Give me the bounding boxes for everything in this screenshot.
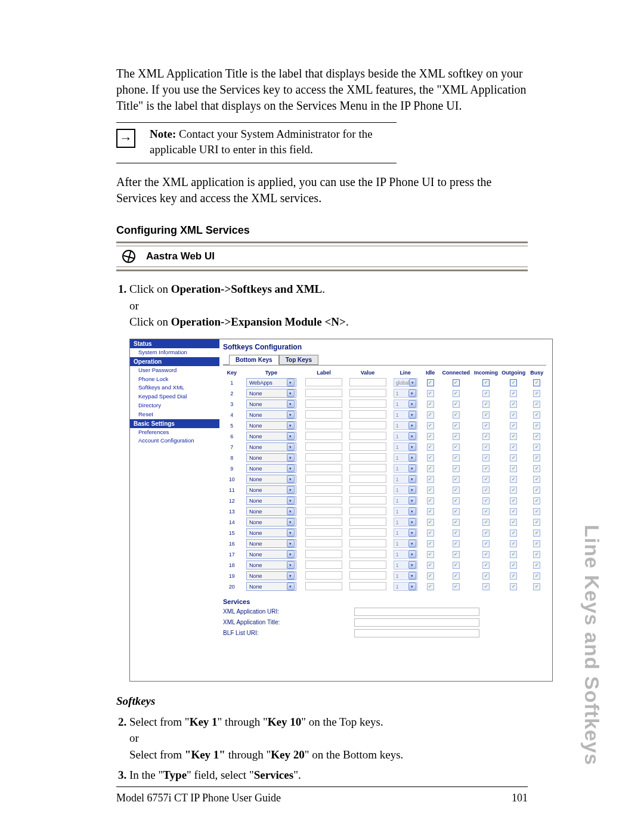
tab-bottom-keys[interactable]: Bottom Keys [229, 355, 279, 365]
sidebar-item[interactable]: Preferences [130, 428, 219, 437]
state-checkbox[interactable]: ✓ [453, 422, 460, 429]
label-input[interactable] [305, 475, 342, 483]
state-checkbox[interactable]: ✓ [427, 422, 434, 429]
label-input[interactable] [305, 442, 342, 451]
state-checkbox[interactable]: ✓ [453, 583, 460, 590]
state-checkbox[interactable]: ✓ [427, 551, 434, 558]
state-checkbox[interactable]: ✓ [453, 519, 460, 526]
state-checkbox[interactable]: ✓ [453, 497, 460, 504]
state-checkbox[interactable]: ✓ [510, 411, 517, 419]
label-input[interactable] [305, 582, 342, 590]
state-checkbox[interactable]: ✓ [510, 454, 517, 462]
state-checkbox[interactable]: ✓ [482, 508, 490, 515]
state-checkbox[interactable]: ✓ [427, 562, 434, 569]
state-checkbox[interactable]: ✓ [453, 454, 460, 462]
state-checkbox[interactable]: ✓ [453, 572, 460, 580]
state-checkbox[interactable]: ✓ [533, 379, 540, 386]
state-checkbox[interactable]: ✓ [533, 497, 540, 504]
state-checkbox[interactable]: ✓ [533, 444, 540, 451]
type-select[interactable]: None▾ [246, 421, 296, 430]
label-input[interactable] [305, 561, 342, 569]
state-checkbox[interactable]: ✓ [453, 487, 460, 494]
state-checkbox[interactable]: ✓ [510, 562, 517, 569]
label-input[interactable] [305, 389, 342, 397]
state-checkbox[interactable]: ✓ [482, 401, 490, 408]
line-select[interactable]: 1▾ [394, 400, 417, 408]
value-input[interactable] [349, 528, 386, 537]
value-input[interactable] [349, 518, 386, 526]
state-checkbox[interactable]: ✓ [482, 411, 490, 419]
label-input[interactable] [305, 410, 342, 419]
state-checkbox[interactable]: ✓ [533, 411, 540, 419]
value-input[interactable] [349, 410, 386, 419]
state-checkbox[interactable]: ✓ [533, 572, 540, 580]
type-select[interactable]: None▾ [246, 453, 296, 462]
sidebar-item[interactable]: System Information [130, 348, 219, 357]
state-checkbox[interactable]: ✓ [482, 476, 490, 483]
label-input[interactable] [305, 496, 342, 504]
line-select[interactable]: 1▾ [394, 389, 417, 398]
value-input[interactable] [349, 389, 386, 397]
state-checkbox[interactable]: ✓ [533, 583, 540, 590]
line-select[interactable]: global▾ [394, 378, 417, 387]
state-checkbox[interactable]: ✓ [533, 422, 540, 429]
state-checkbox[interactable]: ✓ [510, 529, 517, 537]
value-input[interactable] [349, 571, 386, 580]
type-select[interactable]: None▾ [246, 582, 296, 591]
value-input[interactable] [349, 475, 386, 483]
line-select[interactable]: 1▾ [394, 582, 417, 591]
state-checkbox[interactable]: ✓ [533, 529, 540, 537]
label-input[interactable] [305, 453, 342, 462]
state-checkbox[interactable]: ✓ [453, 476, 460, 483]
state-checkbox[interactable]: ✓ [453, 401, 460, 408]
line-select[interactable]: 1▾ [394, 518, 417, 527]
line-select[interactable]: 1▾ [394, 475, 417, 484]
state-checkbox[interactable]: ✓ [533, 433, 540, 440]
state-checkbox[interactable]: ✓ [453, 529, 460, 537]
state-checkbox[interactable]: ✓ [533, 390, 540, 397]
state-checkbox[interactable]: ✓ [510, 422, 517, 429]
line-select[interactable]: 1▾ [394, 539, 417, 548]
label-input[interactable] [305, 432, 342, 440]
line-select[interactable]: 1▾ [394, 442, 417, 451]
state-checkbox[interactable]: ✓ [427, 519, 434, 526]
type-select[interactable]: None▾ [246, 518, 296, 527]
state-checkbox[interactable]: ✓ [453, 390, 460, 397]
line-select[interactable]: 1▾ [394, 496, 417, 505]
state-checkbox[interactable]: ✓ [482, 540, 490, 547]
sidebar-item[interactable]: Softkeys and XML [130, 383, 219, 392]
state-checkbox[interactable]: ✓ [427, 390, 434, 397]
state-checkbox[interactable]: ✓ [533, 551, 540, 558]
state-checkbox[interactable]: ✓ [427, 379, 434, 386]
state-checkbox[interactable]: ✓ [453, 411, 460, 419]
state-checkbox[interactable]: ✓ [427, 487, 434, 494]
state-checkbox[interactable]: ✓ [482, 379, 490, 386]
value-input[interactable] [349, 496, 386, 504]
state-checkbox[interactable]: ✓ [510, 433, 517, 440]
line-select[interactable]: 1▾ [394, 485, 417, 494]
state-checkbox[interactable]: ✓ [482, 422, 490, 429]
label-input[interactable] [305, 507, 342, 515]
type-select[interactable]: WebApps▾ [246, 378, 296, 387]
label-input[interactable] [305, 550, 342, 558]
type-select[interactable]: None▾ [246, 475, 296, 484]
sidebar-item[interactable]: User Password [130, 366, 219, 375]
type-select[interactable]: None▾ [246, 389, 296, 398]
state-checkbox[interactable]: ✓ [510, 401, 517, 408]
state-checkbox[interactable]: ✓ [482, 572, 490, 580]
label-input[interactable] [305, 464, 342, 472]
state-checkbox[interactable]: ✓ [453, 508, 460, 515]
tab-top-keys[interactable]: Top Keys [279, 355, 318, 365]
state-checkbox[interactable]: ✓ [482, 583, 490, 590]
state-checkbox[interactable]: ✓ [533, 454, 540, 462]
state-checkbox[interactable]: ✓ [533, 487, 540, 494]
sidebar-item[interactable]: Keypad Speed Dial [130, 392, 219, 401]
state-checkbox[interactable]: ✓ [510, 379, 517, 386]
line-select[interactable]: 1▾ [394, 464, 417, 473]
state-checkbox[interactable]: ✓ [482, 497, 490, 504]
label-input[interactable] [305, 378, 342, 386]
state-checkbox[interactable]: ✓ [482, 551, 490, 558]
value-input[interactable] [349, 485, 386, 494]
state-checkbox[interactable]: ✓ [510, 487, 517, 494]
type-select[interactable]: None▾ [246, 442, 296, 451]
